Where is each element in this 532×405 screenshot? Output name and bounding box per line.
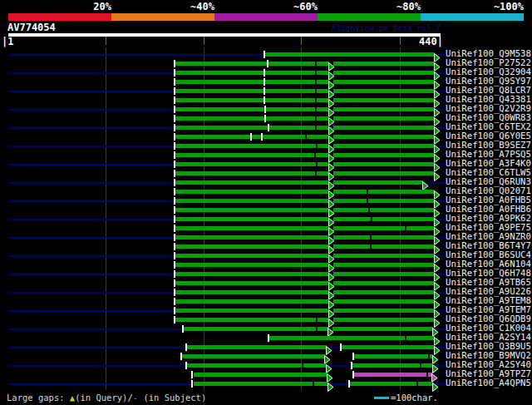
hit-bar[interactable]: [175, 98, 329, 102]
hit-bar[interactable]: [333, 190, 435, 194]
arrow-right-icon: [434, 233, 441, 242]
boundary-dash: [174, 69, 175, 77]
hit-bar[interactable]: [333, 254, 435, 258]
hit-bar[interactable]: [175, 263, 329, 267]
hit-bar[interactable]: [175, 235, 329, 240]
hit-bar[interactable]: [175, 199, 329, 203]
arrow-right-icon: [434, 50, 441, 59]
hit-bar[interactable]: [353, 354, 433, 358]
hit-bar[interactable]: [333, 226, 435, 230]
arrow-right-icon: [434, 169, 441, 178]
hit-bar[interactable]: [175, 281, 329, 285]
hit-bar[interactable]: [175, 89, 329, 93]
hit-bar[interactable]: [333, 171, 435, 175]
boundary-dash: [174, 307, 175, 314]
hit-bar[interactable]: [175, 126, 329, 130]
hit-bar[interactable]: [333, 290, 435, 294]
boundary-dash: [340, 343, 342, 351]
hit-bar[interactable]: [333, 263, 435, 267]
hit-bar[interactable]: [333, 180, 423, 185]
hit-bar[interactable]: [175, 217, 329, 221]
boundary-dash: [264, 96, 265, 104]
hit-bar[interactable]: [268, 336, 435, 340]
hit-bar[interactable]: [349, 382, 433, 386]
hit-bar[interactable]: [175, 107, 329, 111]
hit-bar[interactable]: [333, 89, 435, 93]
hit-bar[interactable]: [333, 135, 435, 139]
gap-notch: [371, 217, 372, 221]
arrow-right-icon: [434, 269, 441, 279]
boundary-dash: [250, 133, 252, 141]
boundary-dash: [174, 106, 175, 113]
hit-bar[interactable]: [333, 272, 435, 276]
hit-bar[interactable]: [175, 299, 329, 304]
hit-bar[interactable]: [175, 162, 329, 166]
hit-bar[interactable]: [333, 116, 435, 121]
scalebar-percent-label: ~60%: [293, 1, 318, 12]
boundary-dash: [352, 353, 354, 360]
hit-bar[interactable]: [333, 309, 435, 313]
hit-bar[interactable]: [175, 180, 329, 185]
hit-bar[interactable]: [175, 190, 329, 194]
hit-bar[interactable]: [187, 345, 327, 349]
hit-bar[interactable]: [333, 244, 435, 249]
hit-bar[interactable]: [175, 208, 329, 212]
hit-bar[interactable]: [182, 354, 325, 358]
hit-bar[interactable]: [333, 80, 435, 84]
hit-bar[interactable]: [333, 126, 435, 130]
gap-notch: [370, 235, 372, 240]
hit-bar[interactable]: [175, 244, 329, 249]
boundary-dash: [174, 225, 175, 232]
hit-bar[interactable]: [175, 153, 329, 157]
hit-bar[interactable]: [175, 272, 329, 276]
hit-bar[interactable]: [175, 290, 329, 294]
hit-bar[interactable]: [333, 62, 435, 66]
hit-bar[interactable]: [175, 116, 329, 121]
hit-bar[interactable]: [333, 107, 435, 111]
hit-bar[interactable]: [333, 208, 435, 212]
arrow-right-icon: [434, 151, 441, 160]
hit-bar[interactable]: [333, 144, 435, 148]
hit-bar[interactable]: [194, 382, 328, 386]
arrow-right-icon: [434, 105, 441, 114]
hit-bar[interactable]: [333, 71, 435, 75]
hit-bar[interactable]: [333, 318, 435, 322]
hit-bar[interactable]: [265, 52, 435, 57]
arrow-right-icon: [434, 196, 441, 205]
hit-bar[interactable]: [194, 373, 328, 377]
hit-bar[interactable]: [341, 345, 435, 349]
gap-notch: [428, 354, 430, 358]
ruler-start-label: |1: [2, 36, 13, 47]
hit-bar[interactable]: [175, 144, 329, 148]
arrow-right-icon: [434, 160, 441, 169]
hit-bar[interactable]: [183, 327, 328, 331]
hit-bar[interactable]: [354, 373, 432, 377]
hit-bar[interactable]: [333, 217, 435, 221]
hit-bar[interactable]: [333, 281, 435, 285]
gap-notch: [315, 62, 317, 66]
arrow-right-icon: [434, 205, 441, 215]
gap-notch: [316, 144, 318, 148]
hit-bar[interactable]: [175, 226, 329, 230]
hit-bar[interactable]: [333, 199, 435, 203]
hit-bar[interactable]: [175, 71, 329, 75]
hit-bar[interactable]: [333, 98, 435, 102]
boundary-dash: [264, 87, 265, 95]
hit-bar[interactable]: [175, 309, 329, 313]
gap-notch: [367, 190, 368, 194]
hit-bar[interactable]: [175, 171, 329, 175]
hit-bar[interactable]: [333, 153, 435, 157]
hit-bar[interactable]: [175, 80, 329, 84]
hit-bar[interactable]: [332, 327, 433, 331]
arrow-right-icon: [324, 352, 331, 361]
hit-bar[interactable]: [333, 162, 435, 166]
gap-notch: [405, 336, 406, 340]
hit-bar[interactable]: [175, 254, 329, 258]
hit-bar[interactable]: [333, 299, 435, 304]
hit-bar[interactable]: [333, 235, 435, 240]
hit-bar[interactable]: [187, 363, 327, 368]
boundary-dash: [174, 298, 175, 305]
hit-label[interactable]: UniRef100_A4QPN5: [446, 378, 531, 388]
hit-bar[interactable]: [175, 62, 329, 66]
hit-bar[interactable]: [175, 318, 329, 322]
